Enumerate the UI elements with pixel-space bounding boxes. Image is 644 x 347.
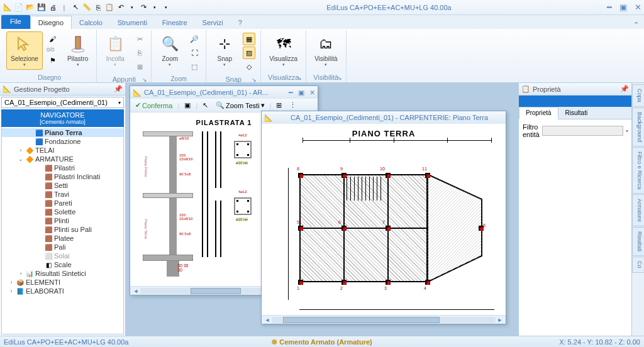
tab-disegno[interactable]: Disegno xyxy=(30,16,72,29)
tree-item[interactable]: 🟫Solette xyxy=(2,207,123,216)
maximize-button[interactable]: ▣ xyxy=(619,3,627,12)
pin-icon[interactable]: 📌 xyxy=(620,85,629,93)
snap-button[interactable]: ⊹ Snap ▾ xyxy=(210,31,239,70)
dialog-launcher-icon[interactable]: ↘ xyxy=(337,75,342,81)
cut-icon[interactable]: ✂ xyxy=(133,33,146,45)
tree-item[interactable]: ⬜Solai xyxy=(2,251,123,260)
tree-item[interactable]: ›📊Risultati Sintetici xyxy=(2,269,123,278)
qat-customize-icon[interactable]: ▾ xyxy=(161,3,171,13)
tree-item[interactable]: 🟦Piano Terra xyxy=(2,128,123,137)
scroll-right-icon[interactable]: ► xyxy=(496,317,504,323)
mdi-max-icon[interactable]: ▣ xyxy=(298,89,304,97)
dialog-launcher-icon[interactable]: ↘ xyxy=(252,77,257,83)
zoom-fit-icon[interactable]: ⛶ xyxy=(188,47,201,59)
zoom-testi-button[interactable]: 🔍 Zoom Testi ▾ xyxy=(213,100,267,111)
redo-drop-icon[interactable]: ▾ xyxy=(150,3,160,13)
side-tab-background[interactable]: Background xyxy=(632,107,644,146)
drawing-piano-terra[interactable]: PIANO TERRA xyxy=(262,124,506,315)
side-tab-armature[interactable]: Armature xyxy=(632,194,644,226)
tab-calcolo[interactable]: Calcolo xyxy=(72,16,110,29)
visualizza-button[interactable]: 🗺 Visualizza ▾ xyxy=(265,31,302,70)
tab-servizi[interactable]: Servizi xyxy=(195,16,231,29)
save-icon[interactable]: 💾 xyxy=(36,3,47,13)
tb-icon1[interactable]: ▣ xyxy=(182,100,193,111)
side-tab-filtro[interactable]: Filtro e Ricerca xyxy=(632,147,644,194)
snap-ortho-icon[interactable]: ▨ xyxy=(243,47,255,59)
side-tab-risultati[interactable]: Risultati xyxy=(632,227,644,256)
zoom-button[interactable]: 🔍 Zoom ▾ xyxy=(155,31,184,70)
snap-grid-icon[interactable]: ▦ xyxy=(243,33,255,45)
new-icon[interactable]: 📄 xyxy=(14,3,24,13)
chevron-down-icon: ▾ xyxy=(325,62,327,67)
measure-icon[interactable]: 📏 xyxy=(82,3,92,13)
tree-item[interactable]: 🟫Platee xyxy=(2,234,123,243)
tree-item[interactable]: ›📦ELEMENTI xyxy=(2,278,123,287)
tree-item[interactable]: 🟦Fondazione xyxy=(2,137,123,146)
pointer-icon[interactable]: ↖ xyxy=(70,3,80,13)
mdi-close-icon[interactable]: ✕ xyxy=(309,89,315,97)
tree-item[interactable]: 🟫Pilastri Inclinati xyxy=(2,172,123,181)
close-button[interactable]: ✕ xyxy=(635,3,641,12)
visibilita-button[interactable]: 🗂 Visibilità ▾ xyxy=(310,31,342,70)
tree-item[interactable]: ›📘ELABORATI xyxy=(2,287,123,295)
print-icon[interactable]: 🖨 xyxy=(48,3,58,13)
zoom-icon: 🔍 xyxy=(160,34,180,54)
mdi-title-2[interactable]: 📐 CA_01_Esempio_(Cedimenti_01) - CARPENT… xyxy=(262,111,506,124)
tree-item[interactable]: ◧Scale xyxy=(2,260,123,269)
file-menu[interactable]: File xyxy=(1,15,30,29)
svg-marker-3 xyxy=(427,174,482,282)
tb-grid-icon[interactable]: ⊞ xyxy=(274,100,284,111)
zoom-extent-icon[interactable]: ⬚ xyxy=(188,60,201,73)
redo-icon[interactable]: ↷ xyxy=(138,3,148,13)
dialog-launcher-icon[interactable]: ↘ xyxy=(297,75,302,81)
copy-icon[interactable]: ⎘ xyxy=(93,3,103,13)
scroll-left-icon[interactable]: ◄ xyxy=(263,317,272,323)
open-icon[interactable]: 📂 xyxy=(25,3,35,13)
mdi-title-1[interactable]: 📐 CA_01_Esempio_(Cedimenti_01) - AR... ━… xyxy=(130,86,318,99)
grid-icon[interactable]: ⊞ xyxy=(133,60,146,73)
undo-drop-icon[interactable]: ▾ xyxy=(127,3,137,13)
scroll-left-icon[interactable]: ◄ xyxy=(131,288,140,294)
snap-point-icon[interactable]: ◇ xyxy=(243,60,255,73)
flag-icon[interactable]: ⚑ xyxy=(47,54,59,67)
tree-item[interactable]: 🟫Pilastri xyxy=(2,163,123,172)
tree-item[interactable]: ⌄🔶ARMATURE xyxy=(2,155,123,163)
mdi-min-icon[interactable]: ━ xyxy=(289,89,293,97)
project-combo[interactable]: CA_01_Esempio_(Cedimenti_01) ▾ xyxy=(1,97,124,108)
dialog-launcher-icon[interactable]: ↘ xyxy=(142,77,147,83)
tb-icon2[interactable]: ↖ xyxy=(200,100,211,111)
tree-item[interactable]: 🟫Travi xyxy=(2,190,123,199)
tree-item[interactable]: 🟫Pali xyxy=(2,243,123,251)
tab-finestre[interactable]: Finestre xyxy=(155,16,195,29)
navigator-tree[interactable]: 🟦Piano Terra🟦Fondazione›🔶TELAI⌄🔶ARMATURE… xyxy=(1,127,124,334)
help-menu[interactable]: ? xyxy=(233,16,247,29)
undo-icon[interactable]: ↶ xyxy=(116,3,126,13)
copy-small-icon[interactable]: ⎘ xyxy=(133,47,146,59)
tab-risultati[interactable]: Risultati xyxy=(558,107,595,119)
tree-item[interactable]: 🟫Plinti xyxy=(2,216,123,225)
hscrollbar-2[interactable]: ◄ ► xyxy=(262,315,506,324)
pin-icon[interactable]: 📌 xyxy=(114,85,123,93)
selezione-button[interactable]: Selezione ▾ xyxy=(6,31,43,70)
pilastro-button[interactable]: Pilastro ▾ xyxy=(63,31,92,70)
tree-item[interactable]: 🟫Plinti su Pali xyxy=(2,225,123,234)
side-tab-co[interactable]: Co xyxy=(632,256,644,273)
tree-item[interactable]: ›🔶TELAI xyxy=(2,146,123,155)
filter-drop-icon[interactable]: ▾ xyxy=(626,128,628,134)
tab-proprieta[interactable]: Proprietà xyxy=(519,107,558,119)
filter-input[interactable] xyxy=(542,126,623,136)
tb-more-icon[interactable]: ⋮ xyxy=(287,100,299,111)
ribbon-collapse-icon[interactable]: ⌃ xyxy=(633,21,639,29)
minimize-button[interactable]: ━ xyxy=(607,3,612,12)
paint-icon[interactable]: 🖌 xyxy=(47,33,59,45)
tree-item[interactable]: 🟫Setti xyxy=(2,181,123,190)
conferma-button[interactable]: ✔ Conferma xyxy=(133,100,175,111)
side-tab-copia[interactable]: Copa xyxy=(632,84,644,107)
tree-item[interactable]: 🟫Pareti xyxy=(2,199,123,207)
paste-icon[interactable]: 📋 xyxy=(104,3,114,13)
incolla-button[interactable]: 📋 Incolla ▾ xyxy=(101,31,130,70)
tab-strumenti[interactable]: Strumenti xyxy=(110,16,155,29)
panel-icon: 📐 xyxy=(3,85,11,93)
mdi-window-carpenterie[interactable]: 📐 CA_01_Esempio_(Cedimenti_01) - CARPENT… xyxy=(261,111,506,324)
zoom-in-icon[interactable]: 🔎 xyxy=(188,33,201,45)
